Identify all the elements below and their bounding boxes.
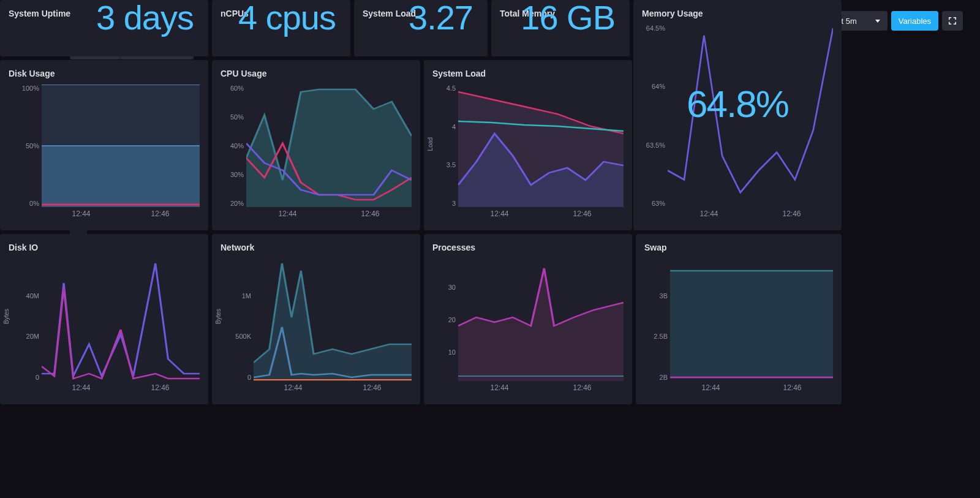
panel-memory-usage[interactable]: Memory Usage 64.8% 64.5% 64% 63.5% 63% 1…: [633, 0, 842, 230]
panel-title: Memory Usage: [642, 9, 833, 18]
panel-title: Network: [221, 243, 412, 252]
panel-disk-io[interactable]: Disk IO Bytes 40M 20M 0 12:4412:46: [0, 234, 208, 404]
panel-system-load-stat[interactable]: System Load 3.27: [354, 0, 488, 56]
panel-processes[interactable]: Processes 30 20 10 12:4412:46: [424, 234, 632, 404]
fullscreen-button[interactable]: [942, 11, 963, 31]
panel-system-load-chart[interactable]: System Load Load 4.5 4 3.5 3 12:4412:46: [424, 60, 632, 230]
panel-network[interactable]: Network Bytes 1M 500K 0 12:4412:46: [212, 234, 420, 404]
y-axis: 40M 20M 0: [9, 258, 39, 381]
x-axis: 12:4412:46: [42, 383, 200, 398]
stat-value: 3.27: [409, 0, 473, 37]
x-axis: 12:4412:46: [254, 383, 412, 398]
variables-button[interactable]: Variables: [891, 11, 938, 31]
y-axis: 3B 2.5B 2B: [644, 258, 668, 381]
y-axis: 60% 50% 40% 30% 20%: [221, 85, 244, 207]
panel-title: System Load: [432, 69, 624, 78]
panel-cpu-usage[interactable]: CPU Usage 60% 50% 40% 30% 20% 12:4412:46: [212, 60, 420, 230]
x-axis: 12:4412:46: [42, 209, 200, 224]
panel-title: Disk Usage: [9, 69, 200, 78]
y-axis: 64.5% 64% 63.5% 63%: [642, 25, 665, 207]
panel-title: Processes: [432, 243, 624, 252]
panel-title: Disk IO: [9, 243, 200, 252]
y-axis: 1M 500K 0: [221, 258, 251, 381]
panel-ncpus[interactable]: nCPUs 4 cpus: [212, 0, 350, 56]
x-axis: 12:4412:46: [246, 209, 412, 224]
panel-title: Swap: [644, 243, 833, 252]
svg-marker-16: [246, 89, 412, 207]
x-axis: 12:4412:46: [458, 209, 624, 224]
svg-marker-19: [254, 263, 412, 381]
y-axis: 4.5 4 3.5 3: [432, 85, 456, 207]
x-axis: 12:4412:46: [458, 383, 624, 398]
x-axis: 12:4412:46: [670, 383, 833, 398]
stat-value: 4 cpus: [238, 0, 336, 37]
svg-rect-23: [670, 271, 833, 379]
chevron-down-icon: [875, 20, 880, 23]
y-axis: 100% 50% 0%: [9, 85, 39, 207]
panel-system-uptime[interactable]: System Uptime 3 days: [0, 0, 208, 56]
stat-value: 3 days: [96, 0, 194, 37]
panel-disk-usage[interactable]: Disk Usage 100% 50% 0% 12:4412:46: [0, 60, 208, 230]
stat-value: 16 GB: [521, 0, 615, 37]
panel-total-memory[interactable]: Total Memory 16 GB: [491, 0, 630, 56]
x-axis: 12:4412:46: [668, 209, 833, 224]
memory-usage-value: 64.8%: [687, 82, 788, 126]
y-axis: 30 20 10: [432, 258, 456, 381]
variables-label: Variables: [899, 17, 931, 26]
panel-swap[interactable]: Swap 3B 2.5B 2B 12:4412:46: [636, 234, 842, 404]
svg-rect-12: [42, 146, 200, 207]
panel-title: CPU Usage: [221, 69, 412, 78]
